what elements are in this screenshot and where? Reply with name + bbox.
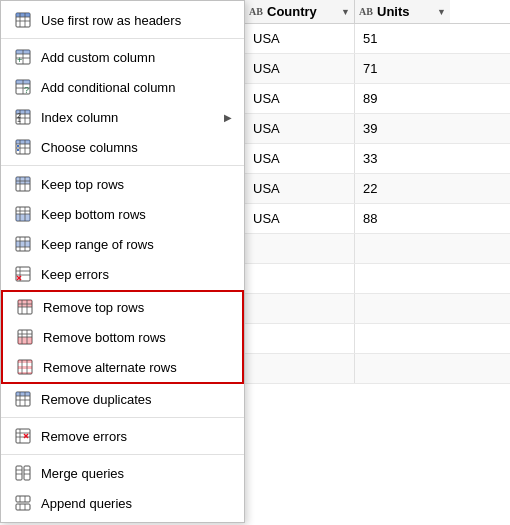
cell-units: 39	[355, 114, 450, 143]
units-type-icon: ABC	[359, 4, 373, 20]
cell-country	[245, 354, 355, 383]
cell-units	[355, 324, 450, 353]
menu-item-label-remove-top-rows: Remove top rows	[43, 300, 230, 315]
cell-units: 71	[355, 54, 450, 83]
menu-item-label-choose-columns: Choose columns	[41, 140, 232, 155]
units-filter-icon[interactable]: ▼	[437, 7, 446, 17]
menu-item-label-keep-bottom-rows: Keep bottom rows	[41, 207, 232, 222]
menu-item-label-remove-errors: Remove errors	[41, 429, 232, 444]
menu-item-label-add-custom-column: Add custom column	[41, 50, 232, 65]
cell-country: USA	[245, 24, 355, 53]
cell-units	[355, 354, 450, 383]
svg-text:ABC: ABC	[359, 6, 373, 17]
cell-country: USA	[245, 144, 355, 173]
remove-top-icon	[15, 297, 35, 317]
cell-units	[355, 234, 450, 263]
menu-item-use-first-row[interactable]: Use first row as headers	[1, 5, 244, 35]
cell-country: USA	[245, 174, 355, 203]
svg-rect-73	[18, 366, 32, 369]
menu-item-remove-bottom-rows[interactable]: Remove bottom rows	[1, 322, 244, 352]
menu-item-choose-columns[interactable]: Choose columns	[1, 132, 244, 162]
context-menu: Use first row as headers + Add custom co…	[0, 0, 245, 523]
svg-rect-88	[24, 466, 30, 480]
menu-item-label-index-column: Index column	[41, 110, 224, 125]
country-filter-icon[interactable]: ▼	[341, 7, 350, 17]
svg-rect-44	[16, 214, 30, 221]
menu-divider	[1, 454, 244, 455]
menu-item-remove-errors[interactable]: Remove errors	[1, 421, 244, 451]
cell-units	[355, 294, 450, 323]
svg-rect-74	[18, 372, 32, 374]
menu-item-label-merge-queries: Merge queries	[41, 466, 232, 481]
cell-units: 89	[355, 84, 450, 113]
keep-bottom-icon	[13, 204, 33, 224]
menu-item-add-conditional-column[interactable]: ? Add conditional column	[1, 72, 244, 102]
index-column-icon: 1 2	[13, 107, 33, 127]
menu-item-merge-queries[interactable]: Merge queries	[1, 458, 244, 488]
menu-item-add-custom-column[interactable]: + Add custom column	[1, 42, 244, 72]
cell-units: 33	[355, 144, 450, 173]
svg-rect-72	[18, 360, 32, 363]
choose-columns-icon	[13, 137, 33, 157]
remove-bottom-icon	[15, 327, 35, 347]
cell-country: USA	[245, 84, 355, 113]
menu-item-keep-top-rows[interactable]: Keep top rows	[1, 169, 244, 199]
menu-item-remove-duplicates[interactable]: Remove duplicates	[1, 384, 244, 414]
submenu-arrow-icon: ▶	[224, 112, 232, 123]
svg-rect-36	[17, 149, 19, 151]
menu-item-label-remove-bottom-rows: Remove bottom rows	[43, 330, 230, 345]
svg-rect-94	[16, 504, 30, 510]
cell-country	[245, 234, 355, 263]
cell-units: 22	[355, 174, 450, 203]
cell-country	[245, 294, 355, 323]
remove-errors-icon	[13, 426, 33, 446]
svg-rect-66	[18, 337, 32, 344]
menu-item-label-keep-top-rows: Keep top rows	[41, 177, 232, 192]
menu-item-keep-errors[interactable]: Keep errors	[1, 259, 244, 289]
menu-item-remove-alternate-rows[interactable]: Remove alternate rows	[1, 352, 244, 384]
cell-country	[245, 264, 355, 293]
keep-top-icon	[13, 174, 33, 194]
units-header-label: Units	[377, 4, 437, 19]
menu-item-label-keep-range-rows: Keep range of rows	[41, 237, 232, 252]
keep-range-icon	[13, 234, 33, 254]
menu-item-label-remove-duplicates: Remove duplicates	[41, 392, 232, 407]
cell-units	[355, 264, 450, 293]
svg-text:+: +	[17, 55, 22, 65]
menu-item-keep-range-rows[interactable]: Keep range of rows	[1, 229, 244, 259]
country-type-icon: ABC	[249, 4, 263, 20]
menu-item-label-add-conditional-column: Add conditional column	[41, 80, 232, 95]
conditional-column-icon: ?	[13, 77, 33, 97]
svg-rect-93	[16, 496, 30, 502]
menu-item-index-column[interactable]: 1 2 Index column▶	[1, 102, 244, 132]
menu-item-label-keep-errors: Keep errors	[41, 267, 232, 282]
svg-rect-38	[16, 177, 30, 184]
menu-item-label-use-first-row: Use first row as headers	[41, 13, 232, 28]
svg-rect-78	[16, 392, 30, 396]
svg-rect-4	[16, 13, 30, 17]
svg-rect-30	[16, 140, 30, 144]
menu-item-label-append-queries: Append queries	[41, 496, 232, 511]
menu-item-keep-bottom-rows[interactable]: Keep bottom rows	[1, 199, 244, 229]
units-column-header[interactable]: ABC Units ▼	[355, 0, 450, 23]
svg-rect-87	[16, 466, 22, 480]
cell-units: 51	[355, 24, 450, 53]
remove-alternate-icon	[15, 357, 35, 377]
svg-rect-83	[16, 429, 30, 443]
cell-units: 88	[355, 204, 450, 233]
add-column-icon: +	[13, 47, 33, 67]
merge-icon	[13, 463, 33, 483]
country-column-header[interactable]: ABC Country ▼	[245, 0, 355, 23]
svg-rect-35	[17, 145, 19, 147]
svg-rect-50	[16, 241, 30, 247]
country-header-label: Country	[267, 4, 341, 19]
table-header-icon	[13, 10, 33, 30]
menu-item-append-queries[interactable]: Append queries	[1, 488, 244, 518]
menu-divider	[1, 165, 244, 166]
append-icon	[13, 493, 33, 513]
keep-errors-icon	[13, 264, 33, 284]
menu-item-remove-top-rows[interactable]: Remove top rows	[1, 290, 244, 322]
menu-divider	[1, 417, 244, 418]
svg-text:ABC: ABC	[249, 6, 263, 17]
svg-text:2: 2	[17, 112, 21, 119]
